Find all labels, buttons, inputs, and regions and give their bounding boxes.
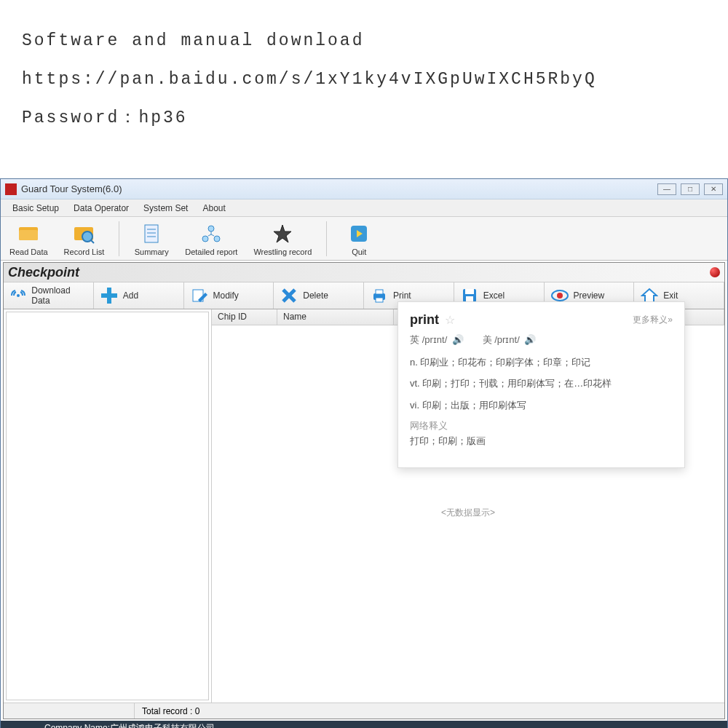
menu-data-operator[interactable]: Data Operator: [66, 201, 136, 215]
detailed-report-button[interactable]: Detailed report: [181, 219, 242, 258]
minimize-button[interactable]: —: [657, 183, 676, 195]
dictionary-tooltip: print ☆ 更多释义» 英 /prɪnt/ 🔊 美 /prɪnt/ 🔊 n.…: [397, 301, 685, 468]
window-title: Guard Tour System(6.0): [21, 183, 657, 194]
tree-area[interactable]: [6, 312, 209, 700]
svg-rect-25: [376, 298, 383, 302]
menubar: Basic Setup Data Operator System Set Abo…: [1, 199, 727, 217]
svg-rect-27: [465, 289, 474, 294]
summary-icon: [138, 221, 165, 246]
quit-icon: [345, 221, 373, 246]
pencil-icon: [190, 286, 209, 305]
download-title: Software and manual download: [22, 22, 706, 60]
download-password: Password：hp36: [22, 99, 706, 138]
menu-about[interactable]: About: [195, 201, 232, 215]
download-url: https://pan.baidu.com/s/1xY1ky4vIXGpUwIX…: [22, 60, 706, 99]
read-data-icon: [15, 221, 42, 246]
toolbar-separator: [119, 221, 119, 256]
window-controls: — □ ✕: [657, 183, 723, 195]
svg-point-3: [82, 232, 92, 242]
svg-point-17: [17, 294, 20, 297]
wrestling-record-button[interactable]: Wrestling record: [249, 219, 316, 258]
svg-point-10: [202, 236, 208, 242]
svg-line-14: [211, 234, 214, 236]
svg-line-13: [208, 234, 211, 236]
column-name[interactable]: Name: [277, 309, 394, 325]
pronunciation-row: 英 /prɪnt/ 🔊 美 /prɪnt/ 🔊: [410, 333, 673, 347]
detailed-report-icon: [197, 221, 225, 246]
menu-basic-setup[interactable]: Basic Setup: [5, 201, 66, 215]
close-button[interactable]: ✕: [704, 183, 723, 195]
tooltip-word: print: [410, 312, 439, 328]
printer-icon: [370, 286, 389, 305]
app-icon: [5, 183, 17, 195]
delete-button[interactable]: Delete: [274, 282, 364, 309]
column-chipid[interactable]: Chip ID: [212, 309, 277, 325]
record-list-icon: [70, 221, 98, 246]
svg-point-11: [214, 236, 220, 242]
plus-icon: [100, 286, 119, 305]
toolbar-separator: [326, 221, 327, 256]
net-definition: 打印；印刷；版画: [410, 432, 673, 449]
more-definitions-link[interactable]: 更多释义»: [633, 314, 673, 326]
svg-line-4: [91, 240, 94, 243]
modify-button[interactable]: Modify: [184, 282, 274, 309]
top-text-block: Software and manual download https://pan…: [0, 0, 728, 138]
add-button[interactable]: Add: [94, 282, 184, 309]
definition-noun: n. 印刷业；印花布；印刷字体；印章；印记: [410, 354, 673, 371]
no-data-label: <无数据显示>: [441, 507, 495, 519]
left-tree-panel: [4, 309, 212, 703]
summary-button[interactable]: Summary: [130, 219, 173, 258]
checkpoint-footer: Total record : 0: [4, 703, 724, 719]
close-panel-icon[interactable]: [710, 267, 720, 277]
favorite-star-icon[interactable]: ☆: [445, 313, 455, 327]
titlebar: Guard Tour System(6.0) — □ ✕: [1, 179, 727, 199]
checkpoint-title: Checkpoint: [8, 265, 79, 280]
svg-rect-19: [101, 293, 117, 298]
quit-button[interactable]: Quit: [337, 219, 381, 258]
read-data-button[interactable]: Read Data: [5, 219, 52, 258]
svg-rect-1: [19, 230, 38, 240]
svg-point-9: [208, 226, 214, 232]
svg-marker-31: [642, 289, 657, 302]
definition-vt: vt. 印刷；打印；刊载；用印刷体写；在…印花样: [410, 375, 673, 392]
definition-vi: vi. 印刷；出版；用印刷体写: [410, 397, 673, 414]
main-toolbar: Read Data Record List Summary Detailed r…: [1, 217, 727, 261]
x-icon: [280, 286, 298, 305]
record-list-button[interactable]: Record List: [60, 219, 109, 258]
footer-left: [4, 703, 135, 719]
company-name-bar: Company Name:广州成鸿电子科技有限公司: [1, 721, 727, 728]
speaker-us-icon[interactable]: 🔊: [524, 334, 536, 345]
speaker-uk-icon[interactable]: 🔊: [452, 334, 464, 345]
menu-system-set[interactable]: System Set: [136, 201, 195, 215]
svg-point-30: [557, 293, 563, 298]
net-definition-label: 网络释义: [410, 419, 673, 432]
download-data-button[interactable]: Download Data: [4, 282, 94, 309]
wrestling-record-icon: [269, 221, 296, 246]
svg-rect-24: [376, 290, 383, 294]
svg-rect-5: [145, 225, 158, 242]
maximize-button[interactable]: □: [681, 183, 700, 195]
signal-icon: [9, 286, 27, 305]
total-record-label: Total record : 0: [135, 706, 207, 716]
checkpoint-header: Checkpoint: [4, 263, 724, 282]
